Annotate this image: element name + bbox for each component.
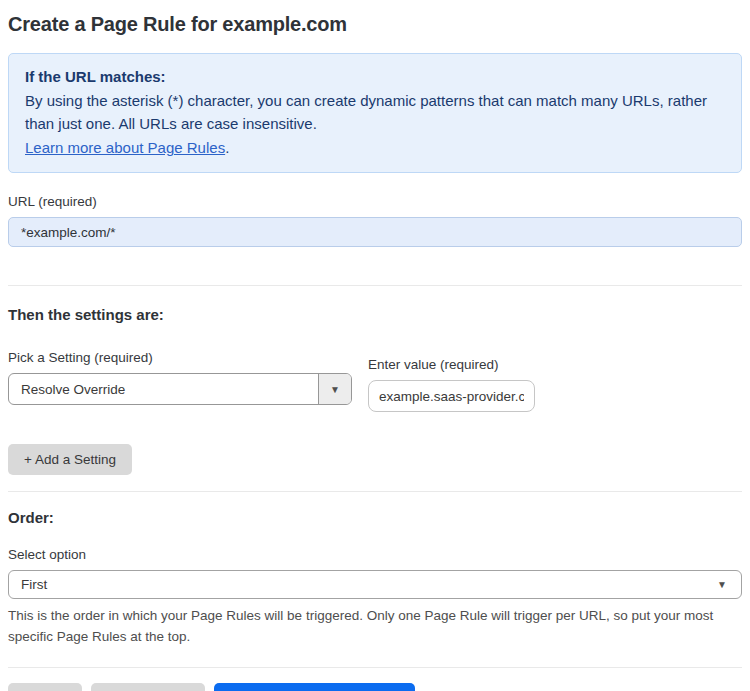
- divider: [8, 491, 742, 492]
- save-and-deploy-button[interactable]: Save and Deploy Page Rule: [214, 683, 416, 691]
- setting-value-column: Enter value (required): [368, 350, 535, 412]
- url-match-info-box: If the URL matches: By using the asteris…: [8, 53, 742, 173]
- form-actions: Cancel Save as Draft Save and Deploy Pag…: [8, 683, 742, 691]
- save-as-draft-button[interactable]: Save as Draft: [91, 683, 205, 691]
- settings-section-heading: Then the settings are:: [8, 306, 742, 323]
- setting-select-value: Resolve Override: [9, 374, 318, 404]
- url-input[interactable]: [8, 217, 742, 247]
- divider: [8, 285, 742, 286]
- page-rule-form: Create a Page Rule for example.com If th…: [0, 0, 750, 691]
- cancel-button[interactable]: Cancel: [8, 683, 82, 691]
- order-select-value: First: [21, 577, 717, 592]
- setting-picker-label: Pick a Setting (required): [8, 350, 352, 365]
- setting-select[interactable]: Resolve Override ▼: [8, 373, 352, 405]
- link-suffix: .: [225, 139, 229, 156]
- order-select-label: Select option: [8, 547, 742, 562]
- setting-value-label: Enter value (required): [368, 357, 535, 372]
- settings-row: Pick a Setting (required) Resolve Overri…: [8, 350, 742, 412]
- info-box-heading: If the URL matches:: [25, 65, 725, 88]
- divider: [8, 667, 742, 668]
- chevron-down-icon: ▼: [318, 374, 351, 404]
- info-box-body: By using the asterisk (*) character, you…: [25, 89, 725, 135]
- order-help-text: This is the order in which your Page Rul…: [8, 605, 728, 647]
- info-box-link-line: Learn more about Page Rules.: [25, 136, 725, 159]
- setting-picker-column: Pick a Setting (required) Resolve Overri…: [8, 350, 352, 405]
- chevron-down-icon: ▼: [717, 579, 727, 590]
- order-section-heading: Order:: [8, 509, 742, 526]
- add-setting-button[interactable]: + Add a Setting: [8, 444, 132, 475]
- setting-value-input[interactable]: [368, 380, 535, 412]
- page-title: Create a Page Rule for example.com: [8, 0, 742, 36]
- learn-more-link[interactable]: Learn more about Page Rules: [25, 139, 225, 156]
- url-field-label: URL (required): [8, 194, 742, 209]
- order-select[interactable]: First ▼: [8, 570, 742, 599]
